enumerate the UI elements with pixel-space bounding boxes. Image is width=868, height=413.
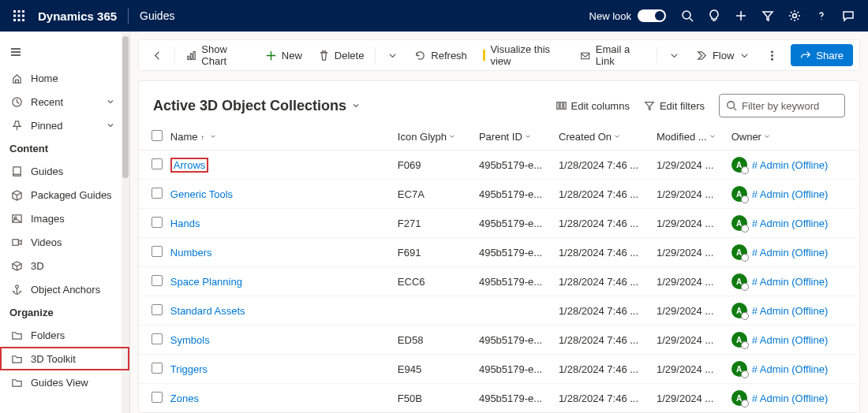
table-row: Arrows F069 495b5179-e... 1/28/2024 7:46… — [139, 151, 859, 180]
email-chevron[interactable] — [662, 43, 687, 68]
cell-owner[interactable]: A# Admin (Offline) — [731, 273, 855, 289]
record-link[interactable]: Generic Tools — [170, 188, 233, 200]
lightbulb-icon[interactable] — [701, 0, 728, 32]
row-checkbox[interactable] — [139, 296, 169, 326]
record-link[interactable]: Standard Assets — [170, 305, 245, 317]
sidebar-item-guides-view[interactable]: Guides View — [0, 370, 129, 394]
sidebar-item-3d-toolkit[interactable]: 3D Toolkit — [0, 347, 129, 370]
cell-owner[interactable]: A# Admin (Offline) — [731, 244, 855, 260]
cell-parent-id: 495b5179-e... — [474, 384, 554, 413]
sidebar-item-3d[interactable]: 3D — [0, 254, 129, 277]
search-icon[interactable] — [674, 0, 701, 32]
record-link[interactable]: Zones — [170, 393, 199, 404]
new-button[interactable]: New — [259, 43, 309, 68]
column-header-owner[interactable]: Owner — [727, 124, 859, 151]
view-header: Active 3D Object Collections Edit column… — [139, 81, 859, 124]
row-checkbox[interactable] — [139, 151, 169, 180]
filter-keyword-input[interactable]: Filter by keyword — [719, 94, 845, 117]
app-launcher-icon[interactable] — [6, 3, 32, 28]
row-checkbox[interactable] — [139, 209, 169, 238]
sidebar-item-guides[interactable]: Guides — [0, 159, 129, 183]
svg-rect-2 — [22, 10, 24, 13]
sidebar-item-images[interactable]: Images — [0, 206, 129, 230]
column-header-created-on[interactable]: Created On — [554, 124, 652, 151]
sidebar-item-pinned[interactable]: Pinned — [0, 113, 129, 137]
help-icon[interactable] — [808, 0, 835, 32]
cell-owner[interactable]: A# Admin (Offline) — [731, 303, 855, 318]
cell-created-on: 1/28/2024 7:46 ... — [554, 238, 652, 267]
email-link-button[interactable]: Email a Link — [574, 43, 652, 68]
plus-icon[interactable] — [728, 0, 754, 32]
share-button[interactable]: Share — [791, 44, 853, 66]
cell-owner[interactable]: A# Admin (Offline) — [731, 215, 855, 231]
cell-modified: 1/29/2024 ... — [652, 355, 727, 384]
svg-rect-4 — [18, 15, 21, 17]
sidebar-item-folders[interactable]: Folders — [0, 323, 129, 347]
column-header-parent-id[interactable]: Parent ID — [474, 124, 554, 151]
record-link[interactable]: Arrows — [170, 158, 208, 173]
edit-filters-button[interactable]: Edit filters — [644, 100, 705, 112]
sidebar-item-label: 3D Toolkit — [31, 353, 76, 365]
sidebar-item-object-anchors[interactable]: Object Anchors — [0, 277, 129, 301]
powerbi-icon — [483, 50, 486, 61]
sidebar-item-label: Object Anchors — [31, 284, 100, 296]
cell-created-on: 1/28/2024 7:46 ... — [554, 326, 652, 355]
svg-rect-6 — [13, 19, 16, 21]
back-button[interactable] — [145, 43, 170, 68]
cell-created-on: 1/28/2024 7:46 ... — [554, 355, 652, 384]
view-title[interactable]: Active 3D Object Collections — [153, 98, 361, 114]
sidebar-item-recent[interactable]: Recent — [0, 90, 129, 113]
overflow-button[interactable] — [760, 43, 784, 68]
svg-rect-17 — [188, 56, 189, 59]
visualize-button[interactable]: Visualize this view — [477, 43, 571, 68]
refresh-button[interactable]: Refresh — [408, 43, 473, 68]
cell-owner[interactable]: A# Admin (Offline) — [731, 157, 855, 173]
cell-owner[interactable]: A# Admin (Offline) — [731, 390, 855, 406]
sidebar-item-home[interactable]: Home — [0, 66, 129, 90]
svg-rect-26 — [563, 102, 566, 110]
svg-rect-20 — [582, 53, 589, 59]
svg-rect-3 — [13, 15, 16, 17]
record-link[interactable]: Numbers — [170, 247, 212, 259]
cell-created-on: 1/28/2024 7:46 ... — [554, 384, 652, 413]
edit-columns-button[interactable]: Edit columns — [556, 100, 630, 112]
column-header-name[interactable]: Name ↑ — [169, 124, 393, 151]
table-row: Symbols ED58 495b5179-e... 1/28/2024 7:4… — [139, 326, 859, 355]
sidebar-item-label: Images — [31, 213, 65, 225]
delete-chevron[interactable] — [380, 43, 405, 68]
cell-owner[interactable]: A# Admin (Offline) — [731, 186, 855, 202]
sidebar-item-videos[interactable]: Videos — [0, 230, 129, 254]
record-link[interactable]: Space Planning — [170, 276, 242, 288]
cell-modified: 1/29/2024 ... — [652, 151, 727, 180]
toggle-switch[interactable] — [638, 9, 666, 22]
cell-owner[interactable]: A# Admin (Offline) — [731, 332, 855, 348]
new-look-toggle[interactable]: New look — [589, 9, 666, 22]
row-checkbox[interactable] — [139, 384, 169, 413]
record-link[interactable]: Symbols — [170, 334, 210, 346]
record-link[interactable]: Triggers — [170, 363, 208, 375]
select-all-checkbox[interactable] — [139, 124, 169, 151]
row-checkbox[interactable] — [139, 326, 169, 355]
avatar: A — [731, 157, 747, 173]
column-header-modified[interactable]: Modified ... — [652, 124, 727, 151]
gear-icon[interactable] — [781, 0, 808, 32]
svg-rect-25 — [560, 102, 563, 110]
cell-owner[interactable]: A# Admin (Offline) — [731, 361, 855, 377]
svg-rect-24 — [556, 102, 559, 110]
row-checkbox[interactable] — [139, 267, 169, 296]
delete-button[interactable]: Delete — [312, 43, 371, 68]
chat-icon[interactable] — [835, 0, 862, 32]
cell-created-on: 1/28/2024 7:46 ... — [554, 151, 652, 180]
svg-rect-18 — [190, 53, 192, 59]
record-link[interactable]: Hands — [170, 218, 200, 229]
column-header-icon-glyph[interactable]: Icon Glyph — [393, 124, 474, 151]
row-checkbox[interactable] — [139, 180, 169, 209]
row-checkbox[interactable] — [139, 238, 169, 267]
svg-point-21 — [772, 50, 773, 52]
row-checkbox[interactable] — [139, 355, 169, 384]
show-chart-button[interactable]: Show Chart — [180, 43, 256, 68]
flow-button[interactable]: Flow — [690, 43, 757, 68]
sidebar-item-packaged-guides[interactable]: Packaged Guides — [0, 183, 129, 206]
sidebar-collapse-button[interactable] — [2, 38, 30, 66]
filter-icon[interactable] — [754, 0, 781, 32]
